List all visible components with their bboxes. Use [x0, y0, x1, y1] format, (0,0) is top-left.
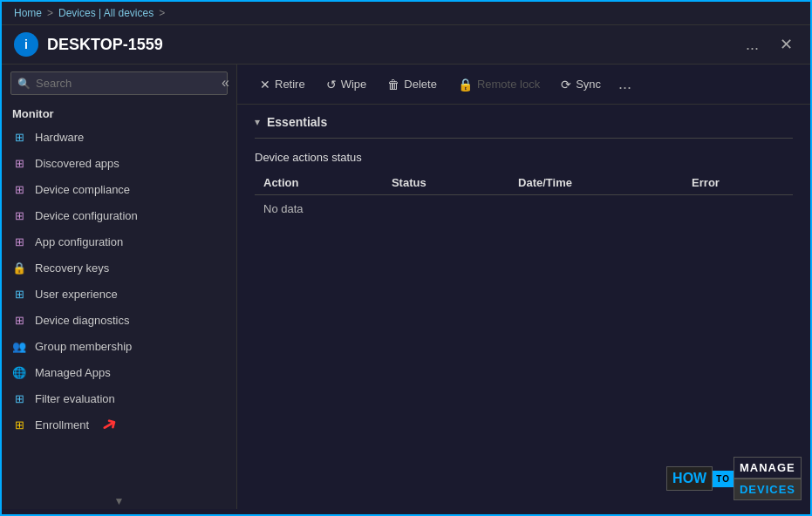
sidebar-item-group-membership[interactable]: 👥 Group membership: [2, 333, 236, 359]
device-compliance-icon: ⊞: [12, 182, 26, 196]
sidebar-label-device-compliance: Device compliance: [35, 183, 130, 196]
sidebar-label-user-experience: User experience: [35, 288, 118, 301]
filter-evaluation-icon: ⊞: [12, 391, 26, 405]
sync-icon: ⟳: [561, 78, 571, 92]
device-name: DESKTOP-1559: [47, 36, 730, 54]
sidebar-label-device-configuration: Device configuration: [35, 209, 138, 222]
sidebar-label-device-diagnostics: Device diagnostics: [35, 314, 129, 327]
retire-icon: ✕: [260, 78, 270, 92]
watermark-devices: DEVICES: [734, 479, 802, 500]
enrollment-icon: ⊞: [12, 418, 26, 431]
essentials-panel: ▾ Essentials Device actions status Actio…: [237, 105, 810, 509]
dots-menu-button[interactable]: ...: [739, 34, 766, 56]
watermark: HOW TO MANAGE DEVICES: [666, 457, 802, 500]
info-icon: i: [14, 32, 38, 57]
sidebar-label-discovered-apps: Discovered apps: [35, 157, 119, 170]
hardware-icon: ⊞: [12, 130, 26, 144]
watermark-how: HOW: [666, 466, 713, 491]
breadcrumb-bar: Home > Devices | All devices >: [2, 2, 810, 25]
content-area: ✕ Retire ↺ Wipe 🗑 Delete 🔒 Remote lock ⟳…: [237, 64, 810, 509]
essentials-chevron-icon: ▾: [255, 116, 260, 128]
device-actions-status-title: Device actions status: [255, 151, 793, 164]
watermark-manage: MANAGE: [734, 457, 802, 479]
sidebar-item-filter-evaluation[interactable]: ⊞ Filter evaluation: [2, 385, 236, 411]
recovery-keys-icon: 🔒: [12, 261, 26, 275]
search-box: 🔍: [10, 71, 228, 95]
sidebar-item-user-experience[interactable]: ⊞ User experience: [2, 281, 236, 307]
wipe-icon: ↺: [326, 78, 337, 92]
sidebar-label-enrollment: Enrollment: [35, 418, 89, 431]
search-input[interactable]: [10, 71, 228, 95]
remote-lock-button[interactable]: 🔒 Remote lock: [449, 73, 549, 96]
discovered-apps-icon: ⊞: [12, 156, 26, 170]
sidebar-label-app-configuration: App configuration: [35, 235, 123, 248]
scroll-down-arrow[interactable]: ▼: [2, 493, 236, 509]
arrow-indicator: ➜: [97, 411, 122, 438]
sidebar-item-discovered-apps[interactable]: ⊞ Discovered apps: [2, 150, 236, 176]
sidebar-item-device-configuration[interactable]: ⊞ Device configuration: [2, 202, 236, 228]
group-membership-icon: 👥: [12, 339, 26, 353]
sidebar-item-app-configuration[interactable]: ⊞ App configuration: [2, 228, 236, 255]
col-action: Action: [255, 171, 383, 195]
sync-label: Sync: [576, 78, 601, 91]
delete-button[interactable]: 🗑 Delete: [379, 73, 446, 96]
breadcrumb-devices[interactable]: Devices | All devices: [58, 7, 154, 19]
device-header: i DESKTOP-1559 ... ✕: [2, 25, 810, 64]
device-diagnostics-icon: ⊞: [12, 313, 26, 327]
wipe-label: Wipe: [341, 78, 367, 91]
table-row-no-data: No data: [255, 195, 793, 223]
actions-table: Action Status Date/Time Error No data: [255, 171, 793, 222]
sidebar-item-enrollment[interactable]: ⊞ Enrollment ➜: [2, 411, 236, 438]
breadcrumb-sep1: >: [47, 7, 53, 19]
remote-lock-label: Remote lock: [477, 78, 540, 91]
sidebar-item-device-diagnostics[interactable]: ⊞ Device diagnostics: [2, 307, 236, 333]
sidebar-label-recovery-keys: Recovery keys: [35, 261, 109, 275]
sidebar-label-filter-evaluation: Filter evaluation: [35, 392, 115, 405]
col-datetime: Date/Time: [509, 171, 683, 195]
main-layout: 🔍 « Monitor ⊞ Hardware ⊞ Discovered apps…: [2, 64, 810, 509]
essentials-header: ▾ Essentials: [255, 115, 793, 129]
essentials-divider: [255, 138, 793, 139]
sync-button[interactable]: ⟳ Sync: [552, 73, 610, 96]
sidebar-item-hardware[interactable]: ⊞ Hardware: [2, 124, 236, 150]
breadcrumb-home[interactable]: Home: [14, 7, 42, 19]
sidebar-item-device-compliance[interactable]: ⊞ Device compliance: [2, 176, 236, 202]
managed-apps-icon: 🌐: [12, 365, 26, 379]
more-options-button[interactable]: ...: [613, 71, 637, 97]
sidebar-label-group-membership: Group membership: [35, 340, 132, 353]
col-error: Error: [683, 171, 793, 195]
breadcrumb-sep2: >: [159, 7, 165, 19]
retire-label: Retire: [275, 78, 305, 91]
sidebar: 🔍 « Monitor ⊞ Hardware ⊞ Discovered apps…: [2, 64, 237, 509]
sidebar-label-managed-apps: Managed Apps: [35, 366, 111, 379]
collapse-button[interactable]: «: [215, 71, 236, 94]
user-experience-icon: ⊞: [12, 287, 26, 301]
essentials-title: Essentials: [267, 115, 327, 129]
sidebar-item-managed-apps[interactable]: 🌐 Managed Apps: [2, 359, 236, 385]
sidebar-scroll: ⊞ Hardware ⊞ Discovered apps ⊞ Device co…: [2, 124, 236, 493]
toolbar: ✕ Retire ↺ Wipe 🗑 Delete 🔒 Remote lock ⟳…: [237, 64, 810, 105]
search-icon: 🔍: [17, 78, 31, 90]
col-status: Status: [383, 171, 509, 195]
monitor-section-label: Monitor: [2, 102, 236, 124]
sidebar-label-hardware: Hardware: [35, 131, 84, 144]
delete-icon: 🗑: [387, 78, 399, 92]
sidebar-item-recovery-keys[interactable]: 🔒 Recovery keys: [2, 255, 236, 281]
app-configuration-icon: ⊞: [12, 234, 26, 248]
delete-label: Delete: [404, 78, 437, 91]
no-data-cell: No data: [255, 195, 793, 223]
remote-lock-icon: 🔒: [458, 78, 473, 92]
wipe-button[interactable]: ↺ Wipe: [317, 73, 376, 96]
device-configuration-icon: ⊞: [12, 208, 26, 222]
close-button[interactable]: ✕: [774, 33, 798, 56]
retire-button[interactable]: ✕ Retire: [251, 73, 314, 96]
watermark-to: TO: [713, 471, 734, 487]
